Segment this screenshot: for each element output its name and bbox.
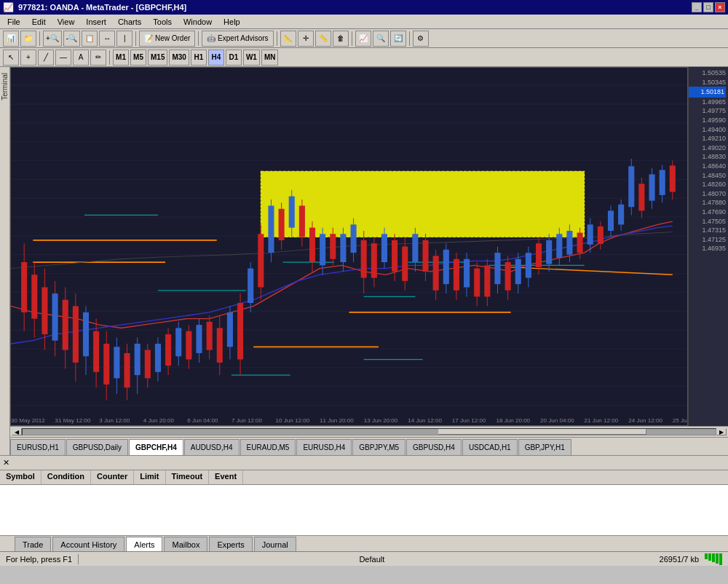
svg-rect-135	[536, 243, 542, 267]
svg-rect-101	[361, 240, 367, 278]
hline-button[interactable]: —	[55, 50, 71, 66]
panel-tab-trade[interactable]: Trade	[15, 537, 51, 551]
tab-gbpjpy-m5[interactable]: GBPJPY,M5	[352, 439, 405, 455]
tf-m5[interactable]: M5	[130, 50, 146, 66]
zoom-out-button[interactable]: -🔍	[63, 31, 80, 47]
price-47315: 1.47315	[689, 226, 726, 235]
chart-area[interactable]: GBPCHF,H4 1.49800 1.50268 1.49755 1.5018…	[10, 67, 688, 426]
panel-tab-experts[interactable]: Experts	[209, 537, 252, 551]
scroll-right-btn[interactable]: ▶	[716, 428, 727, 435]
bar1	[705, 553, 708, 559]
price-48450: 1.48450	[689, 171, 726, 181]
tab-eurusd-h1[interactable]: EURUSD,H1	[10, 439, 66, 455]
menu-tools[interactable]: Tools	[147, 16, 178, 28]
col-symbol: Symbol	[0, 470, 41, 484]
tf-mn[interactable]: MN	[261, 50, 279, 66]
toolbar-timeframes: ↖ + ╱ — A ✏ M1 M5 M15 M30 H1 H4 D1 W1 MN	[0, 48, 728, 67]
crosshair-tool[interactable]: +	[20, 50, 36, 66]
tab-usdcad-h1[interactable]: USDCAD,H1	[462, 439, 518, 455]
menu-window[interactable]: Window	[178, 16, 218, 28]
tf-h4[interactable]: H4	[208, 50, 224, 66]
auto-scroll-button[interactable]: ↔	[99, 31, 115, 47]
options-button[interactable]: ⚙	[413, 31, 429, 47]
svg-rect-145	[587, 224, 593, 245]
tf-h1[interactable]: H1	[191, 50, 207, 66]
tab-eurusd-h4[interactable]: EURUSD,H4	[296, 439, 352, 455]
zoom-button-2[interactable]: 🔍	[373, 31, 389, 47]
tab-gbpjpy-h1[interactable]: GBP,JPY,H1	[518, 439, 571, 455]
svg-rect-73	[217, 328, 223, 362]
new-chart-button[interactable]: 📊	[3, 31, 19, 47]
period-sep-button[interactable]: |	[116, 31, 132, 47]
tf-w1[interactable]: W1	[243, 50, 260, 66]
restore-button[interactable]: □	[703, 2, 713, 12]
menu-help[interactable]: Help	[218, 16, 246, 28]
sep1	[39, 31, 40, 46]
expert-advisors-button[interactable]: 🤖 Expert Advisors	[202, 31, 273, 47]
tf-m30[interactable]: M30	[169, 50, 189, 66]
status-right: 26951/7 kb	[660, 553, 722, 565]
svg-rect-123	[474, 269, 480, 297]
price-50345: 1.50345	[689, 78, 726, 87]
price-49590: 1.49590	[689, 116, 726, 125]
measure-button[interactable]: 📏	[315, 31, 331, 47]
tab-gbpchf-h4[interactable]: GBPCHF,H4	[129, 439, 183, 455]
panel-tab-alerts[interactable]: Alerts	[126, 537, 162, 551]
tab-euraud-m5[interactable]: EURAUD,M5	[240, 439, 296, 455]
cursor-button[interactable]: ↖	[3, 50, 19, 66]
col-condition: Condition	[41, 470, 91, 484]
menu-view[interactable]: View	[52, 16, 81, 28]
svg-rect-115	[433, 256, 439, 290]
svg-text:25 Jun 20:00: 25 Jun 20:00	[673, 417, 687, 423]
menu-edit[interactable]: Edit	[26, 16, 52, 28]
svg-rect-97	[340, 234, 346, 262]
sep4	[277, 31, 277, 46]
new-order-button[interactable]: 📝 New Order	[139, 31, 195, 47]
line-tool-button[interactable]: 📐	[280, 31, 296, 47]
scroll-thumb[interactable]	[438, 429, 646, 435]
scroll-track[interactable]	[22, 428, 716, 435]
crosshair-button[interactable]: ✛	[298, 31, 314, 47]
menu-file[interactable]: File	[1, 16, 26, 28]
draw-button[interactable]: ✏	[90, 50, 106, 66]
menu-charts[interactable]: Charts	[112, 16, 147, 28]
svg-rect-61	[155, 344, 161, 372]
svg-text:10 Jun 12:00: 10 Jun 12:00	[276, 417, 310, 423]
panel-tab-journal[interactable]: Journal	[254, 537, 296, 551]
text-button[interactable]: A	[73, 50, 89, 66]
refresh-button[interactable]: 🔄	[390, 31, 406, 47]
delete-button[interactable]: 🗑	[333, 31, 349, 47]
price-scale: 1.50535 1.50345 1.50181 1.49965 1.49775 …	[688, 67, 728, 426]
tab-audusd-h4[interactable]: AUDUSD,H4	[184, 439, 240, 455]
properties-button[interactable]: 📋	[82, 31, 98, 47]
tab-gbpusd-daily[interactable]: GBPUSD,Daily	[66, 439, 128, 455]
tf-m15[interactable]: M15	[148, 50, 167, 66]
terminal-label[interactable]: Terminal	[1, 73, 9, 100]
templates-button[interactable]: 📁	[20, 31, 36, 47]
scroll-left-btn[interactable]: ◀	[12, 428, 22, 435]
zoom-in-button[interactable]: +🔍	[43, 31, 62, 47]
close-button[interactable]: ×	[715, 2, 725, 12]
svg-rect-131	[515, 259, 521, 284]
indicators-button[interactable]: 📈	[355, 31, 371, 47]
chart-scrollbar[interactable]: ◀ ▶	[10, 426, 728, 437]
panel-tab-mailbox[interactable]: Mailbox	[164, 537, 207, 551]
svg-rect-117	[443, 250, 449, 284]
menu-insert[interactable]: Insert	[80, 16, 112, 28]
price-scale-labels: 1.50535 1.50345 1.50181 1.49965 1.49775 …	[689, 68, 728, 253]
tf-m1[interactable]: M1	[113, 50, 129, 66]
panel-tab-account-history[interactable]: Account History	[52, 537, 124, 551]
close-panel-btn[interactable]: ✕	[3, 458, 9, 467]
svg-rect-59	[145, 350, 151, 379]
sep5	[352, 31, 352, 46]
svg-rect-37	[31, 275, 37, 318]
svg-rect-127	[494, 253, 500, 284]
svg-rect-95	[330, 234, 336, 259]
minimize-button[interactable]: _	[692, 2, 702, 12]
line-button[interactable]: ╱	[38, 50, 54, 66]
svg-rect-39	[41, 287, 47, 334]
tab-gbpusd-h4[interactable]: GBPUSD,H4	[406, 439, 462, 455]
svg-rect-139	[556, 234, 562, 258]
svg-text:30 May 2012: 30 May 2012	[11, 417, 45, 423]
tf-d1[interactable]: D1	[226, 50, 242, 66]
